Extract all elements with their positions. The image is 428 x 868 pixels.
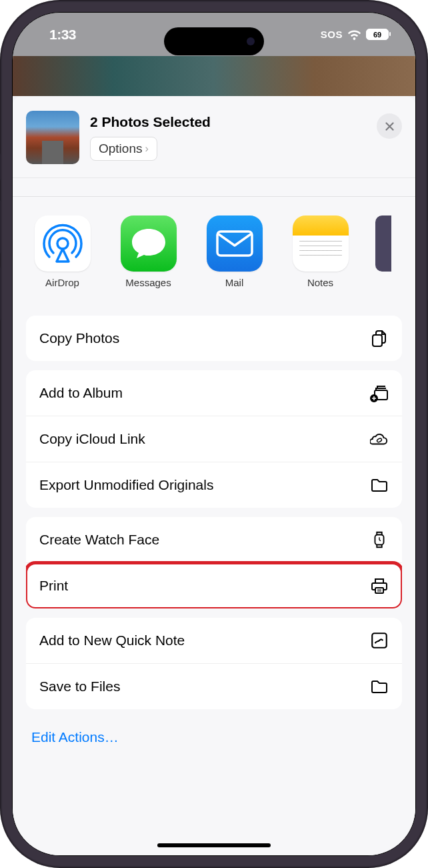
folder-icon — [370, 677, 389, 696]
action-export-unmodified[interactable]: Export Unmodified Originals — [26, 462, 402, 508]
svg-rect-1 — [217, 232, 252, 256]
edit-actions-link[interactable]: Edit Actions… — [31, 729, 119, 745]
wifi-icon — [347, 29, 361, 40]
action-group-notes-files: Add to New Quick Note Save to Files — [26, 618, 402, 709]
action-save-to-files[interactable]: Save to Files — [26, 664, 402, 709]
quick-note-icon — [370, 631, 389, 650]
watch-icon — [370, 530, 389, 549]
svg-rect-8 — [375, 588, 383, 593]
folder-icon — [370, 476, 389, 494]
airdrop-app[interactable]: AirDrop — [31, 215, 93, 288]
action-label: Add to New Quick Note — [39, 632, 185, 648]
mail-app[interactable]: Mail — [203, 215, 265, 288]
airdrop-icon — [35, 215, 91, 272]
screen: 1:33 SOS 69 2 Photos Selected Options — [12, 12, 416, 856]
app-label: Mail — [225, 277, 244, 288]
svg-rect-2 — [373, 335, 382, 346]
status-time: 1:33 — [49, 27, 76, 43]
battery-percentage: 69 — [373, 31, 381, 39]
action-copy-photos[interactable]: Copy Photos — [26, 316, 402, 361]
action-group-copy: Copy Photos — [26, 316, 402, 361]
background-photo-strip — [13, 56, 415, 96]
action-label: Copy Photos — [39, 330, 119, 346]
app-label: AirDrop — [45, 277, 79, 288]
copy-icon — [370, 329, 389, 348]
action-add-quick-note[interactable]: Add to New Quick Note — [26, 618, 402, 664]
volume-up — [0, 200, 1, 254]
action-groups: Copy Photos Add to Album Copy i — [13, 306, 415, 757]
app-label: Notes — [307, 277, 333, 288]
app-label: Messages — [125, 277, 171, 288]
svg-point-0 — [57, 238, 68, 249]
action-group-album: Add to Album Copy iCloud Link Export Unm… — [26, 370, 402, 508]
sheet-title: 2 Photos Selected — [90, 114, 366, 130]
icloud-link-icon — [370, 430, 389, 448]
close-icon — [385, 121, 395, 131]
notes-app[interactable]: Notes — [289, 215, 351, 288]
mail-icon — [207, 215, 263, 272]
home-indicator[interactable] — [157, 843, 271, 847]
action-copy-icloud-link[interactable]: Copy iCloud Link — [26, 416, 402, 462]
options-label: Options — [99, 141, 142, 156]
airdrop-contacts-row — [13, 178, 415, 197]
action-label: Export Unmodified Originals — [39, 477, 213, 493]
volume-down — [0, 267, 1, 320]
header-texts: 2 Photos Selected Options › — [90, 114, 366, 161]
close-button[interactable] — [377, 113, 402, 139]
status-right: SOS 69 — [321, 29, 389, 40]
sheet-header: 2 Photos Selected Options › — [13, 96, 415, 178]
mute-switch — [0, 153, 1, 180]
photo-thumbnail[interactable] — [26, 111, 79, 164]
action-label: Save to Files — [39, 679, 120, 695]
action-create-watch-face[interactable]: Create Watch Face — [26, 517, 402, 563]
messages-icon — [121, 215, 177, 272]
album-add-icon — [370, 384, 389, 402]
action-label: Copy iCloud Link — [39, 431, 145, 447]
battery-icon: 69 — [366, 29, 389, 40]
options-button[interactable]: Options › — [90, 137, 157, 161]
edit-actions-row: Edit Actions… — [26, 719, 402, 748]
action-group-watch-print: Create Watch Face Print — [26, 517, 402, 608]
notes-icon — [293, 215, 349, 272]
action-label: Add to Album — [39, 385, 123, 401]
messages-app[interactable]: Messages — [117, 215, 179, 288]
sos-indicator: SOS — [321, 29, 343, 40]
dynamic-island — [164, 27, 264, 55]
share-sheet: 2 Photos Selected Options › AirDrop — [13, 96, 415, 855]
action-label: Print — [39, 578, 68, 594]
action-add-to-album[interactable]: Add to Album — [26, 370, 402, 416]
chevron-right-icon: › — [145, 143, 148, 155]
printer-icon — [370, 576, 389, 595]
partial-next-app[interactable] — [375, 215, 391, 272]
action-print[interactable]: Print — [26, 563, 402, 608]
app-suggestions-row[interactable]: AirDrop Messages Mail — [13, 197, 415, 306]
svg-point-5 — [377, 438, 383, 443]
action-label: Create Watch Face — [39, 532, 159, 548]
device-frame: 1:33 SOS 69 2 Photos Selected Options — [0, 0, 428, 868]
